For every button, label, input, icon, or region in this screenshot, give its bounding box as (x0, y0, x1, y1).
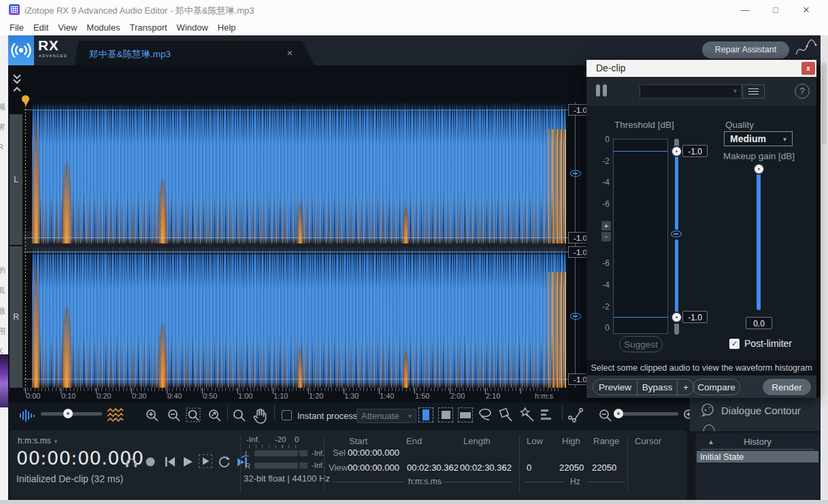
view-length-value[interactable]: 00:02:30.362 (460, 463, 512, 473)
preset-menu-button[interactable] (742, 84, 765, 99)
threshold-slider-handle-top[interactable] (671, 146, 682, 157)
makeup-gain-value[interactable]: 0.0 (746, 317, 772, 329)
suggest-button[interactable]: Suggest (619, 336, 663, 352)
threshold-bottom-value[interactable]: -1.0 (682, 311, 708, 323)
makeup-gain-slider-track[interactable] (757, 169, 761, 310)
magic-wand-tool-icon[interactable] (519, 407, 537, 423)
scale-tick: -6 (597, 258, 610, 268)
repair-assistant-button[interactable]: Repair Assistant (702, 41, 789, 58)
vertical-zoom-slider[interactable] (616, 412, 678, 416)
menu-modules[interactable]: Modules (86, 22, 120, 33)
threshold-line[interactable] (24, 110, 582, 110)
zoom-out-time-icon[interactable] (166, 407, 182, 424)
scale-tick: -2 (597, 302, 610, 312)
monitor-icon[interactable] (124, 454, 139, 469)
clip-hotspot (403, 350, 409, 388)
compare-settings-icon-b[interactable] (603, 84, 607, 97)
render-button[interactable]: Render (763, 379, 811, 395)
threshold-slider-fill-top[interactable] (675, 154, 678, 230)
quality-dropdown[interactable]: Medium ▾ (724, 131, 793, 146)
loop-button[interactable] (216, 454, 231, 469)
signal-nodes-icon[interactable] (567, 407, 585, 423)
threshold-link-icon[interactable] (671, 231, 682, 237)
adjust-lists-icon[interactable] (540, 408, 554, 422)
play-selection-button[interactable] (199, 454, 212, 468)
bypass-button[interactable]: Bypass (637, 380, 677, 394)
histogram-zoom-in-button[interactable]: + (601, 221, 611, 231)
preset-dropdown[interactable]: ▾ (640, 84, 742, 99)
magnify-tool-icon[interactable] (231, 407, 248, 424)
skip-to-start-button[interactable] (163, 455, 177, 469)
channel-strip-left[interactable]: L (10, 114, 22, 245)
minimize-button[interactable]: — (733, 2, 757, 18)
instant-process-checkbox[interactable] (282, 410, 292, 420)
menu-transport[interactable]: Transport (129, 22, 167, 33)
tab-close-icon[interactable]: × (284, 47, 295, 58)
menu-edit[interactable]: Edit (33, 22, 48, 33)
post-limiter-checkbox[interactable]: ✓ (729, 339, 740, 349)
toolbar-divider (227, 405, 228, 420)
threshold-slider-fill-bottom[interactable] (675, 239, 678, 316)
zoom-in-time-icon[interactable] (144, 407, 161, 424)
view-blend-slider-handle[interactable] (63, 409, 73, 418)
zoom-selection-icon[interactable] (186, 407, 203, 424)
freq-high-value[interactable]: 22050 (559, 463, 584, 473)
record-button[interactable] (144, 456, 156, 468)
help-button[interactable]: ? (795, 84, 810, 99)
declip-status-text: Select some clipped audio to view the wa… (586, 360, 816, 375)
vertical-zoom-slider-handle[interactable] (614, 409, 623, 418)
compare-button[interactable]: Compare (693, 379, 740, 395)
link-channels-icon[interactable] (570, 313, 581, 320)
sel-start-value[interactable]: 00:00:00.000 (348, 448, 399, 458)
signature-icon (793, 39, 819, 61)
threshold-slider-handle-bottom[interactable] (671, 312, 682, 323)
frequency-selection-tool[interactable] (458, 407, 473, 422)
vertical-zoom-out-icon[interactable] (597, 407, 614, 424)
time-selection-tool[interactable] (418, 407, 433, 422)
transport-panel: h:m:s.ms ▼ 00:00:00.000 Initialized De-c… (10, 430, 687, 499)
menu-help[interactable]: Help (218, 22, 236, 33)
declip-close-button[interactable]: x (801, 62, 815, 75)
play-button[interactable] (181, 455, 195, 469)
lasso-tool-icon[interactable] (478, 407, 494, 422)
threshold-top-value[interactable]: -1.0 (682, 145, 708, 157)
zoom-fit-icon[interactable] (207, 407, 223, 424)
maximize-button[interactable]: □ (764, 2, 787, 18)
brush-tool-icon[interactable] (498, 407, 514, 423)
history-item-initial-state[interactable]: Initial State (697, 451, 818, 463)
view-end-value[interactable]: 00:02:30.362 (407, 463, 459, 473)
waveform-left-channel[interactable] (32, 102, 566, 243)
clip-hotspot (32, 121, 40, 243)
freq-low-value[interactable]: 0 (527, 463, 531, 473)
add-preview-button[interactable]: + (678, 380, 694, 394)
window-title: iZotope RX 9 Advanced Audio Editor - 郑中基… (24, 5, 254, 17)
time-format-selector[interactable]: h:m:s.ms ▼ (18, 436, 59, 446)
threshold-line[interactable] (24, 379, 582, 380)
histogram-zoom-out-button[interactable]: - (601, 232, 611, 241)
menu-view[interactable]: View (58, 22, 77, 33)
spectrogram-view-icon[interactable] (106, 407, 124, 424)
menu-window[interactable]: Window (177, 22, 208, 33)
meter-left-bar (254, 450, 298, 456)
module-dialogue-contour[interactable]: Dialogue Contour (721, 405, 801, 416)
threshold-line[interactable] (24, 237, 582, 238)
view-start-value[interactable]: 00:00:00.000 (348, 463, 399, 473)
panel-collapse-icon[interactable] (12, 71, 22, 98)
close-button[interactable]: ✕ (795, 2, 818, 18)
preview-button[interactable]: Preview (593, 380, 637, 394)
makeup-gain-slider-handle[interactable] (753, 163, 765, 175)
freq-range-value[interactable]: 22050 (592, 463, 616, 473)
menu-file[interactable]: File (10, 22, 24, 33)
channel-strip-right[interactable]: R (10, 246, 22, 388)
link-channels-icon[interactable] (570, 170, 581, 177)
time-frequency-selection-tool[interactable] (438, 407, 453, 422)
attenuate-dropdown[interactable]: Attenuate ▾ (357, 409, 416, 423)
declip-title-bar[interactable]: De-clip x (586, 60, 816, 77)
file-tab-title[interactable]: 郑中基&陈慧琳.mp3 (89, 48, 171, 61)
waveform-view-icon[interactable] (19, 408, 35, 423)
waveform-right-channel[interactable] (32, 246, 566, 388)
grab-tool-icon[interactable] (252, 407, 268, 424)
threshold-slider-track-bottom[interactable] (674, 324, 679, 335)
threshold-line[interactable] (24, 252, 582, 252)
compare-settings-icon[interactable] (596, 84, 600, 97)
